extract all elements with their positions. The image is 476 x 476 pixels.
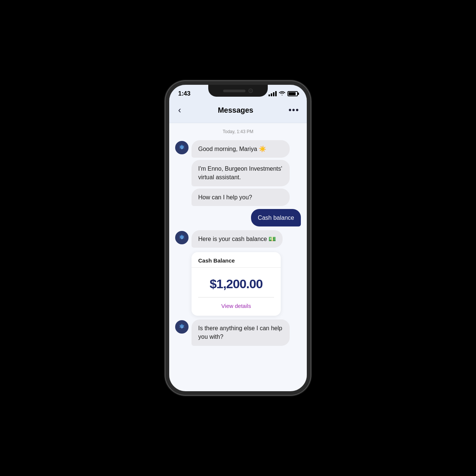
- speaker: [223, 90, 245, 92]
- balance-card-header: Cash Balance: [192, 252, 281, 268]
- bot-bubble-balance-intro: Here is your cash balance 💵: [192, 230, 283, 248]
- balance-card: Cash Balance $1,200.00 View details: [192, 252, 281, 316]
- bot-bubble-anything-else: Is there anything else I can help you wi…: [192, 319, 290, 345]
- volume-up-button: [165, 137, 166, 150]
- chat-area: Today, 1:43 PM Good morning, Mariya ☀️ I…: [169, 123, 307, 395]
- chat-timestamp: Today, 1:43 PM: [175, 129, 301, 134]
- balance-amount: $1,200.00: [198, 277, 274, 291]
- user-bubble-cash-balance: Cash balance: [251, 209, 301, 226]
- bot-bubble-question: How can I help you?: [192, 189, 290, 206]
- bot-content-balance: Here is your cash balance 💵 Cash Balance…: [192, 230, 283, 316]
- bot-bubble-greeting: Good morning, Mariya ☀️: [192, 140, 290, 158]
- front-camera: [248, 89, 253, 93]
- signal-icon: [268, 91, 277, 96]
- notch: [208, 85, 268, 97]
- view-details-button[interactable]: View details: [198, 303, 274, 309]
- bot-bubble-intro: I'm Enno, Burgeon Investments' virtual a…: [192, 160, 290, 186]
- bot-message-group-3: Is there anything else I can help you wi…: [175, 319, 301, 345]
- back-button[interactable]: ‹: [177, 103, 183, 117]
- phone-frame: 1:43 ‹ Messages ••• Today, 1:43 PM: [165, 81, 311, 395]
- wifi-icon: [279, 91, 285, 97]
- volume-down-button: [165, 155, 166, 168]
- nav-header: ‹ Messages •••: [169, 100, 307, 123]
- bot-message-group-1: Good morning, Mariya ☀️ I'm Enno, Burgeo…: [175, 140, 301, 206]
- bot-message-group-2: Here is your cash balance 💵 Cash Balance…: [175, 230, 301, 316]
- balance-divider: [198, 297, 274, 298]
- battery-icon: [287, 91, 298, 96]
- bot-avatar: [175, 141, 189, 154]
- bot-bubble-group-1: Good morning, Mariya ☀️ I'm Enno, Burgeo…: [192, 140, 290, 206]
- balance-card-body: $1,200.00 View details: [192, 268, 281, 316]
- user-message-cash-balance: Cash balance: [175, 209, 301, 226]
- status-icons: [268, 91, 298, 97]
- page-title: Messages: [218, 106, 254, 115]
- status-time: 1:43: [178, 90, 190, 97]
- power-button: [310, 144, 311, 167]
- bot-bubble-group-3: Is there anything else I can help you wi…: [192, 319, 290, 345]
- more-options-button[interactable]: •••: [289, 105, 299, 115]
- bot-avatar-3: [175, 320, 189, 334]
- bot-avatar-2: [175, 231, 189, 244]
